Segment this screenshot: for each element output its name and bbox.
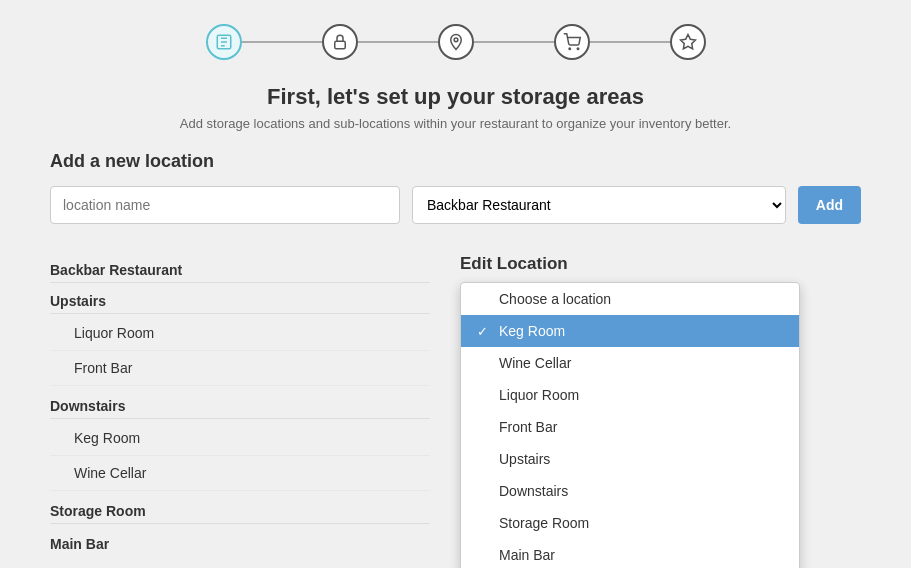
step-line-1 [242,41,322,43]
two-column-layout: Backbar Restaurant Upstairs Liquor Room … [50,254,861,558]
dropdown-label-storage-room: Storage Room [499,515,589,531]
dropdown-label-choose: Choose a location [499,291,611,307]
svg-point-2 [454,38,458,42]
dropdown-option-storage-room[interactable]: Storage Room [461,507,799,539]
step-1 [206,24,242,60]
parent-location-select[interactable]: Backbar Restaurant [412,186,786,224]
step-4 [554,24,590,60]
group-main-bar: Main Bar [50,528,430,556]
svg-point-3 [569,48,571,50]
dropdown-option-upstairs[interactable]: Upstairs [461,443,799,475]
svg-marker-5 [680,35,695,49]
dropdown-option-choose[interactable]: Choose a location [461,283,799,315]
dropdown-option-liquor-room[interactable]: Liquor Room [461,379,799,411]
svg-point-4 [577,48,579,50]
step-3 [438,24,474,60]
svg-rect-1 [334,41,345,49]
page-subtitle: Add storage locations and sub-locations … [0,116,911,131]
edit-panel-title: Edit Location [460,254,861,280]
page-header: First, let's set up your storage areas A… [0,76,911,151]
dropdown-label-wine-cellar: Wine Cellar [499,355,571,371]
dropdown-label-downstairs: Downstairs [499,483,568,499]
list-item-wine-cellar[interactable]: Wine Cellar [50,456,430,491]
group-downstairs: Downstairs [50,390,430,419]
dropdown-label-main-bar: Main Bar [499,547,555,563]
step-line-2 [358,41,438,43]
dropdown-label-liquor-room: Liquor Room [499,387,579,403]
page-title: First, let's set up your storage areas [0,84,911,110]
progress-steps [0,0,911,76]
step-2 [322,24,358,60]
group-upstairs: Upstairs [50,285,430,314]
checkmark-keg-room: ✓ [477,324,491,339]
step-line-4 [590,41,670,43]
dropdown-option-wine-cellar[interactable]: Wine Cellar [461,347,799,379]
dropdown-option-main-bar[interactable]: Main Bar [461,539,799,568]
dropdown-option-keg-room[interactable]: ✓ Keg Room [461,315,799,347]
add-location-button[interactable]: Add [798,186,861,224]
dropdown-option-front-bar[interactable]: Front Bar [461,411,799,443]
group-storage-room: Storage Room [50,495,430,524]
step-5 [670,24,706,60]
list-item-liquor-room[interactable]: Liquor Room [50,316,430,351]
dropdown-option-downstairs[interactable]: Downstairs [461,475,799,507]
add-section-title: Add a new location [50,151,861,172]
main-content: Add a new location Backbar Restaurant Ad… [0,151,911,558]
dropdown-label-front-bar: Front Bar [499,419,557,435]
list-item-front-bar[interactable]: Front Bar [50,351,430,386]
step-line-3 [474,41,554,43]
add-location-form: Backbar Restaurant Add [50,186,861,224]
location-name-input[interactable] [50,186,400,224]
group-backbar-restaurant: Backbar Restaurant [50,254,430,283]
edit-location-panel: Edit Location Choose a location ✓ Keg Ro… [460,254,861,558]
list-item-keg-room[interactable]: Keg Room [50,421,430,456]
location-dropdown[interactable]: Choose a location ✓ Keg Room Wine Cellar… [460,282,800,568]
dropdown-label-keg-room: Keg Room [499,323,565,339]
location-list: Backbar Restaurant Upstairs Liquor Room … [50,254,430,558]
dropdown-label-upstairs: Upstairs [499,451,550,467]
